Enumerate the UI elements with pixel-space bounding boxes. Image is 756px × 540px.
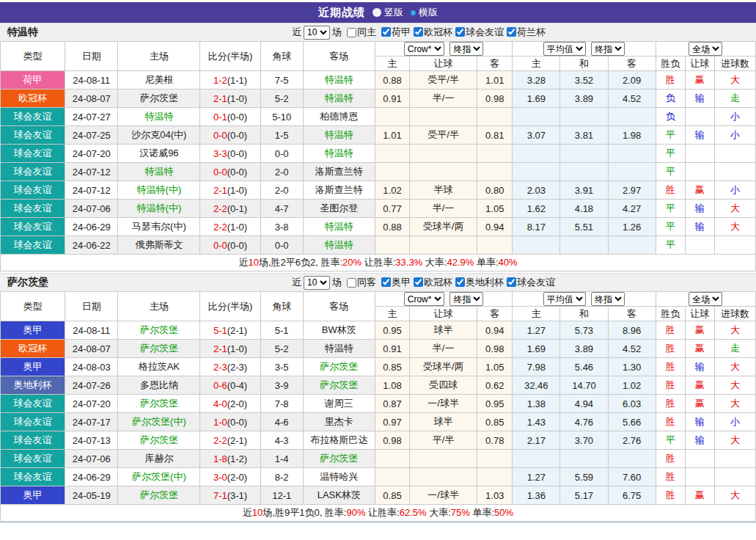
- corner-count: 3-5: [260, 358, 303, 376]
- same-venue-filter[interactable]: 同客: [344, 276, 376, 289]
- result-handicap: 赢: [685, 321, 714, 340]
- same-venue-checkbox[interactable]: [347, 278, 356, 288]
- odds-away: 0.85: [477, 413, 513, 431]
- league-label: 荷甲: [392, 26, 411, 39]
- odds-away: 0.94: [477, 321, 513, 340]
- odds-home: 0.85: [375, 486, 409, 505]
- col-avg-draw: 和: [560, 56, 608, 71]
- avg-final-select[interactable]: 终指: [591, 292, 625, 306]
- half-time-score: (0-0): [227, 417, 247, 428]
- league-checkbox[interactable]: [507, 27, 516, 37]
- same-venue-filter[interactable]: 同主: [344, 26, 376, 39]
- league-label: 欧冠杯: [424, 276, 452, 289]
- summary-text: 近: [238, 257, 248, 268]
- league-checkbox[interactable]: [507, 277, 516, 287]
- avg-home: [513, 163, 560, 181]
- score: 3-0(2-0): [200, 468, 260, 486]
- match-row: 球会友谊24-07-27特温特0-1(0-0)5-10柏德博恩负小: [1, 108, 756, 126]
- league-filter[interactable]: 荷兰杯: [504, 26, 546, 39]
- avg-home: [513, 450, 560, 468]
- match-date: 24-07-13: [65, 431, 118, 450]
- result-win-loss: 胜: [656, 376, 685, 395]
- half-time-score: (0-1): [227, 203, 247, 214]
- summary-value: 10: [248, 257, 258, 268]
- col-odds-away: 客: [477, 56, 513, 71]
- games-count-select[interactable]: 10: [304, 276, 330, 290]
- scope-select[interactable]: 全场: [689, 292, 722, 306]
- league-checkbox[interactable]: [455, 277, 465, 287]
- avg-select[interactable]: 平均值: [543, 292, 586, 306]
- avg-away: 2.09: [608, 71, 656, 90]
- avg-home: 1.27: [513, 321, 560, 340]
- match-type-badge: 球会友谊: [1, 236, 65, 255]
- odds-final-select[interactable]: 终指: [449, 42, 483, 56]
- odds-away: 0.78: [477, 431, 513, 450]
- radio-unchecked-icon[interactable]: [373, 8, 381, 17]
- summary-line: 近10场,胜2平6负2, 胜率:20% 让胜率:33.3% 大率:42.9% 单…: [1, 255, 756, 271]
- odds-home: 0.97: [375, 413, 409, 431]
- summary-text: 单率:: [474, 257, 498, 268]
- col-away: 客场: [303, 292, 375, 321]
- col-home: 主场: [118, 292, 200, 321]
- scope-select[interactable]: 全场: [689, 42, 722, 56]
- col-home: 主场: [118, 42, 200, 71]
- odds-handicap: 球半: [410, 413, 477, 431]
- odds-company-select[interactable]: Crow*: [404, 42, 444, 56]
- full-time-score: 1-0: [213, 417, 227, 428]
- horizontal-layout-radio[interactable]: 横版: [411, 6, 438, 19]
- away-team: 特温特: [303, 126, 375, 145]
- league-filter[interactable]: 荷甲: [378, 26, 411, 39]
- avg-final-select[interactable]: 终指: [591, 42, 625, 56]
- col-goals-result: 进球数: [714, 307, 755, 321]
- summary-text: 大率:: [422, 257, 447, 268]
- full-time-score: 7-1: [213, 490, 227, 501]
- score: 3-3(0-0): [200, 145, 260, 163]
- avg-draw: 3.81: [560, 126, 608, 145]
- odds-away: [477, 236, 513, 255]
- home-team: 特温特(中): [118, 200, 200, 218]
- league-checkbox[interactable]: [381, 277, 391, 287]
- league-checkbox[interactable]: [414, 27, 423, 37]
- league-filter[interactable]: 欧冠杯: [411, 26, 452, 39]
- avg-select[interactable]: 平均值: [543, 42, 586, 56]
- league-filter[interactable]: 球会友谊: [452, 26, 504, 39]
- result-handicap: 赢: [685, 395, 714, 413]
- result-goals: 大: [714, 358, 755, 376]
- match-type-badge: 奥甲: [1, 358, 65, 376]
- full-time-score: 0-0: [213, 167, 227, 178]
- vertical-layout-radio[interactable]: 竖版: [373, 6, 403, 19]
- full-time-score: 3-3: [213, 148, 227, 159]
- result-goals: 大: [714, 200, 755, 218]
- odds-handicap: [410, 163, 477, 181]
- league-filter[interactable]: 奥地利杯: [452, 276, 504, 289]
- result-win-loss: 平: [656, 163, 685, 181]
- avg-away: 2.76: [608, 431, 656, 450]
- col-corner: 角球: [260, 292, 303, 321]
- same-venue-checkbox[interactable]: [347, 28, 356, 37]
- match-date: 24-08-03: [65, 358, 118, 376]
- summary-value: 75%: [451, 507, 470, 518]
- odds-final-select[interactable]: 终指: [449, 292, 483, 306]
- league-filter[interactable]: 欧冠杯: [411, 276, 452, 289]
- col-handicap-result: 让球: [685, 307, 714, 321]
- odds-away: [477, 468, 513, 486]
- radio-checked-icon[interactable]: [411, 10, 416, 15]
- league-filter[interactable]: 球会友谊: [504, 276, 555, 289]
- score: 2-1(1-0): [200, 90, 260, 108]
- odds-company-select[interactable]: Crow*: [404, 292, 444, 306]
- match-date: 24-08-11: [65, 321, 118, 340]
- odds-handicap: [410, 108, 477, 126]
- scope-group: 全场: [656, 292, 755, 307]
- match-date: 24-07-17: [65, 413, 118, 431]
- odds-away: 1.03: [477, 486, 513, 505]
- league-checkbox[interactable]: [381, 27, 391, 37]
- match-row: 球会友谊24-06-29马瑟韦尔(中)2-2(1-0)3-8特温特0.88受球半…: [1, 218, 756, 236]
- odds-handicap: [410, 468, 477, 486]
- odds-away: 0.81: [477, 126, 513, 145]
- avg-draw: 4.76: [560, 413, 608, 431]
- league-filter[interactable]: 奥甲: [378, 276, 411, 289]
- league-checkbox[interactable]: [455, 27, 465, 37]
- half-time-score: (0-0): [227, 167, 247, 178]
- league-checkbox[interactable]: [414, 277, 423, 287]
- games-count-select[interactable]: 10: [304, 26, 330, 40]
